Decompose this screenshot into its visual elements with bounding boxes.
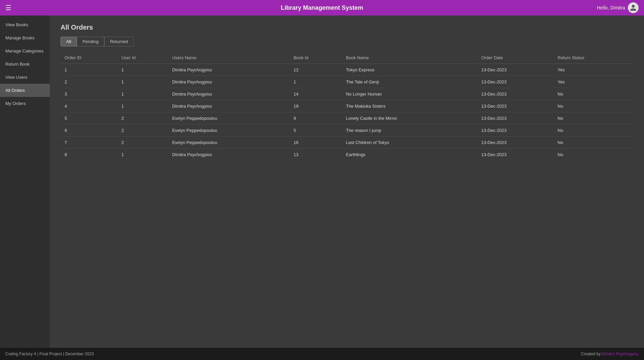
cell-order_date: 13-Dec-2023 (477, 124, 554, 137)
main-content: All Orders All Pending Returned Order ID… (50, 15, 644, 348)
cell-book_id: 13 (290, 149, 342, 161)
cell-users_name: Dimitra Psychogyiou (168, 149, 290, 161)
cell-return_status: Yes (554, 64, 633, 76)
cell-book_name: Tokyo Express (342, 64, 477, 76)
col-order-date: Order Date (477, 52, 554, 64)
layout: View Books Manage Books Manage Categorie… (0, 15, 644, 348)
table-row: 72Evelyn Peppedopoulou16Last Children of… (61, 137, 633, 149)
col-book-id: Book Id (290, 52, 342, 64)
cell-book_id: 19 (290, 100, 342, 112)
filter-tabs: All Pending Returned (61, 37, 633, 46)
cell-users_name: Dimitra Psychogyiou (168, 76, 290, 88)
table-row: 81Dimitra Psychogyiou13Earthlings13-Dec-… (61, 149, 633, 161)
orders-table: Order ID User Id Users Name Book Id Book… (61, 52, 633, 160)
footer-right-prefix: Created by (581, 352, 602, 356)
cell-user_id: 2 (117, 137, 168, 149)
cell-order_id: 3 (61, 88, 117, 100)
cell-book_name: The Makioka Sisters (342, 100, 477, 112)
col-user-id: User Id (117, 52, 168, 64)
footer-author: Dimitra Psychogyiou (602, 352, 639, 356)
app-header: ☰ Library Management System Hello, Dimit… (0, 0, 644, 15)
cell-book_name: Lonely Castle in the Mirror (342, 112, 477, 124)
cell-order_date: 13-Dec-2023 (477, 137, 554, 149)
cell-users_name: Evelyn Peppedopoulou (168, 112, 290, 124)
cell-order_date: 13-Dec-2023 (477, 112, 554, 124)
page-title: All Orders (61, 24, 633, 31)
table-row: 62Evelyn Peppedopoulou5The reason I jump… (61, 124, 633, 137)
sidebar-item-view-books[interactable]: View Books (0, 18, 50, 31)
app-title: Library Management System (281, 4, 363, 11)
cell-user_id: 1 (117, 64, 168, 76)
cell-order_id: 7 (61, 137, 117, 149)
cell-book_name: Last Children of Tokyo (342, 137, 477, 149)
table-row: 41Dimitra Psychogyiou19The Makioka Siste… (61, 100, 633, 112)
cell-user_id: 2 (117, 112, 168, 124)
cell-order_date: 13-Dec-2023 (477, 64, 554, 76)
cell-order_id: 2 (61, 76, 117, 88)
cell-return_status: No (554, 112, 633, 124)
user-info: Hello, Dimitra (597, 2, 639, 13)
cell-book_id: 16 (290, 137, 342, 149)
sidebar-item-all-orders[interactable]: All Orders (0, 84, 50, 97)
sidebar-item-return-book[interactable]: Return Book (0, 58, 50, 71)
sidebar-item-manage-categories[interactable]: Manage Categories (0, 44, 50, 58)
cell-book_name: The Tale of Genji (342, 76, 477, 88)
table-row: 21Dimitra Psychogyiou1The Tale of Genji1… (61, 76, 633, 88)
table-row: 11Dimitra Psychogyiou12Tokyo Express13-D… (61, 64, 633, 76)
cell-users_name: Dimitra Psychogyiou (168, 88, 290, 100)
tab-pending[interactable]: Pending (77, 37, 104, 46)
footer-left: Coding Factory 4 | Final Project | Decem… (5, 352, 94, 356)
cell-order_id: 4 (61, 100, 117, 112)
sidebar-item-my-orders[interactable]: My Orders (0, 97, 50, 110)
cell-order_id: 8 (61, 149, 117, 161)
cell-users_name: Dimitra Psychogyiou (168, 100, 290, 112)
cell-book_id: 14 (290, 88, 342, 100)
footer-right: Created by Dimitra Psychogyiou (581, 352, 639, 356)
cell-book_id: 12 (290, 64, 342, 76)
tab-returned[interactable]: Returned (104, 37, 134, 46)
cell-order_id: 1 (61, 64, 117, 76)
cell-return_status: No (554, 124, 633, 137)
cell-user_id: 1 (117, 76, 168, 88)
cell-return_status: No (554, 100, 633, 112)
cell-user_id: 1 (117, 88, 168, 100)
col-order-id: Order ID (61, 52, 117, 64)
cell-order_date: 13-Dec-2023 (477, 76, 554, 88)
sidebar-item-view-users[interactable]: View Users (0, 71, 50, 84)
cell-user_id: 1 (117, 100, 168, 112)
sidebar-item-manage-books[interactable]: Manage Books (0, 31, 50, 44)
cell-return_status: No (554, 88, 633, 100)
cell-return_status: No (554, 137, 633, 149)
cell-users_name: Evelyn Peppedopoulou (168, 124, 290, 137)
col-return-status: Return Status (554, 52, 633, 64)
cell-book_id: 1 (290, 76, 342, 88)
cell-return_status: Yes (554, 76, 633, 88)
col-book-name: Book Name (342, 52, 477, 64)
col-users-name: Users Name (168, 52, 290, 64)
cell-order_id: 6 (61, 124, 117, 137)
cell-book_name: No Longer Human (342, 88, 477, 100)
table-row: 31Dimitra Psychogyiou14No Longer Human13… (61, 88, 633, 100)
tab-all[interactable]: All (61, 37, 77, 46)
cell-user_id: 1 (117, 149, 168, 161)
cell-order_id: 5 (61, 112, 117, 124)
cell-users_name: Dimitra Psychogyiou (168, 64, 290, 76)
cell-book_id: 5 (290, 124, 342, 137)
footer: Coding Factory 4 | Final Project | Decem… (0, 348, 644, 360)
cell-order_date: 13-Dec-2023 (477, 88, 554, 100)
sidebar: View Books Manage Books Manage Categorie… (0, 15, 50, 348)
cell-return_status: No (554, 149, 633, 161)
user-greeting: Hello, Dimitra (597, 5, 625, 10)
menu-icon[interactable]: ☰ (5, 4, 11, 12)
cell-users_name: Evelyn Peppedopoulou (168, 137, 290, 149)
cell-user_id: 2 (117, 124, 168, 137)
cell-order_date: 13-Dec-2023 (477, 100, 554, 112)
table-row: 52Evelyn Peppedopoulou9Lonely Castle in … (61, 112, 633, 124)
cell-book_id: 9 (290, 112, 342, 124)
cell-order_date: 13-Dec-2023 (477, 149, 554, 161)
cell-book_name: Earthlings (342, 149, 477, 161)
cell-book_name: The reason I jump (342, 124, 477, 137)
avatar (628, 2, 639, 13)
table-header-row: Order ID User Id Users Name Book Id Book… (61, 52, 633, 64)
